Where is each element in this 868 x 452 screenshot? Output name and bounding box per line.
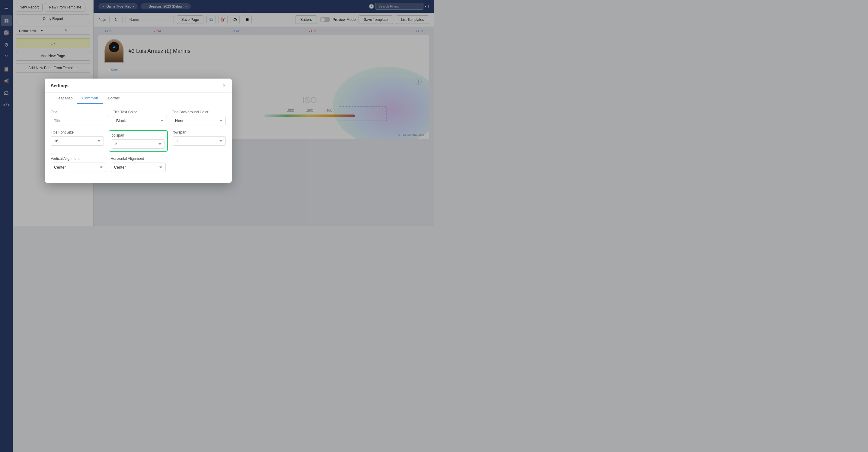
colspan-label: colspan — [112, 133, 165, 138]
tab-border[interactable]: Border — [103, 93, 124, 104]
modal-tabs: Heat Map Common Border — [45, 93, 232, 104]
modal-overlay[interactable]: Settings × Heat Map Common Border Title … — [0, 0, 434, 226]
vertical-align-select[interactable]: Top Middle Center Bottom — [51, 163, 106, 172]
modal-row-2: Title Font Size 12 14 16 18 20 colspan — [51, 130, 226, 152]
settings-modal: Settings × Heat Map Common Border Title … — [45, 79, 232, 183]
vertical-align-group: Vertical Alignment Top Middle Center Bot… — [51, 157, 106, 172]
horizontal-align-group: Horizontal Alignment Left Center Right — [111, 157, 166, 172]
colspan-select[interactable]: 1 2 3 4 — [112, 139, 165, 149]
title-bg-color-group: Title Background Color None Black White … — [172, 110, 226, 125]
title-font-size-group: Title Font Size 12 14 16 18 20 — [51, 130, 104, 152]
horizontal-align-label: Horizontal Alignment — [111, 157, 166, 161]
modal-body: Title Title Text Color Black White Gray … — [45, 104, 232, 183]
title-bg-color-label: Title Background Color — [172, 110, 226, 114]
modal-title: Settings — [51, 83, 68, 88]
vertical-align-label: Vertical Alignment — [51, 157, 106, 161]
horizontal-align-select[interactable]: Left Center Right — [111, 163, 166, 172]
title-text-color-group: Title Text Color Black White Gray Red Bl… — [113, 110, 167, 125]
title-label: Title — [51, 110, 108, 114]
placeholder-group — [170, 157, 226, 172]
title-font-size-label: Title Font Size — [51, 130, 104, 135]
title-text-color-select[interactable]: Black White Gray Red Blue — [113, 116, 167, 125]
title-input[interactable] — [51, 116, 108, 125]
title-bg-color-select[interactable]: None Black White Gray — [172, 116, 226, 125]
colspan-group: colspan 1 2 3 4 — [108, 130, 168, 152]
title-group: Title — [51, 110, 108, 125]
title-font-size-select[interactable]: 12 14 16 18 20 — [51, 136, 104, 146]
rowspan-label: rowspan — [173, 130, 226, 135]
modal-row-3: Vertical Alignment Top Middle Center Bot… — [51, 157, 226, 172]
modal-row-1: Title Title Text Color Black White Gray … — [51, 110, 226, 125]
rowspan-select[interactable]: 1 2 3 4 — [173, 136, 226, 146]
modal-header: Settings × — [45, 79, 232, 93]
rowspan-group: rowspan 1 2 3 4 — [173, 130, 226, 152]
tab-common[interactable]: Common — [77, 93, 103, 104]
tab-heat-map[interactable]: Heat Map — [51, 93, 77, 104]
modal-close-button[interactable]: × — [222, 83, 226, 88]
title-text-color-label: Title Text Color — [113, 110, 167, 114]
